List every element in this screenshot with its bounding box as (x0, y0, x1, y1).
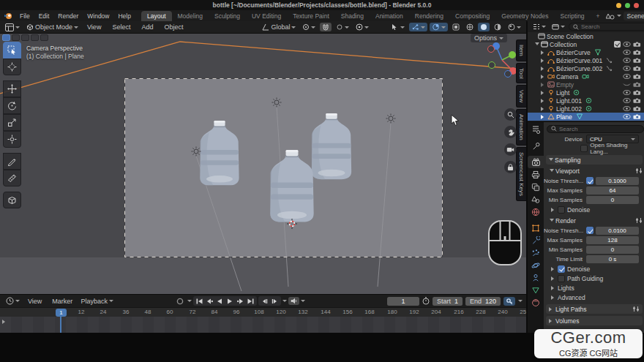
disable-render-camera-icon[interactable] (633, 113, 641, 120)
proportional-edit-toggle[interactable] (353, 23, 371, 31)
sidebar-tab-view[interactable]: View (516, 85, 526, 108)
outliner-row-scene-collection[interactable]: Scene Collection (528, 32, 644, 40)
tool-measure[interactable] (3, 170, 21, 186)
tab-layout[interactable]: Layout (141, 11, 172, 22)
scene-selector[interactable]: Scene (624, 12, 644, 20)
menu-window[interactable]: Window (83, 12, 113, 20)
close-button[interactable] (634, 3, 639, 8)
viewport-denoise-row[interactable]: Denoise (551, 205, 643, 214)
play-reverse-button[interactable] (215, 297, 225, 305)
shading-rendered-button[interactable] (506, 23, 523, 31)
outliner-row-beziercurve-002[interactable]: BézierCurve.002 (528, 64, 644, 72)
light-paths-panel-header[interactable]: Light Paths (546, 304, 643, 314)
vp-noise-threshold-checkbox[interactable] (586, 177, 594, 184)
tab-scene-properties[interactable] (528, 193, 544, 205)
pivot-point-dropdown[interactable] (300, 23, 318, 31)
rn-noise-threshold-field[interactable]: 0.0100 (596, 227, 639, 235)
outliner-row-empty[interactable]: Empty (528, 80, 644, 88)
auto-keying-toggle[interactable] (174, 297, 186, 306)
tab-tool-properties[interactable] (528, 140, 544, 152)
tab-data-properties[interactable] (528, 284, 544, 296)
viewport-preset-icon[interactable] (635, 167, 643, 174)
hide-viewport-eye-icon[interactable] (623, 65, 631, 72)
camera-view-button[interactable] (504, 143, 517, 156)
disable-render-camera-icon[interactable] (633, 97, 641, 104)
collection-toggle-1[interactable] (2, 34, 10, 41)
tool-move[interactable] (3, 80, 21, 97)
vp-max-samples-field[interactable]: 64 (586, 186, 639, 195)
tool-transform[interactable] (3, 131, 21, 148)
properties-editor-type-button[interactable] (528, 124, 544, 136)
hide-viewport-eye-icon[interactable] (623, 89, 631, 96)
snap-settings-dropdown[interactable] (334, 23, 351, 31)
tab-world-properties[interactable] (528, 205, 544, 218)
light-paths-preset-icon[interactable] (632, 306, 640, 312)
tab-rendering[interactable]: Rendering (409, 11, 449, 22)
tab-texture-paint[interactable]: Texture Paint (287, 11, 335, 22)
tab-output-properties[interactable] (528, 168, 544, 181)
advanced-row[interactable]: Advanced (551, 293, 643, 302)
hide-viewport-eye-icon[interactable] (623, 113, 631, 120)
outliner-row-beziercurve-001[interactable]: BézierCurve.001 (528, 56, 644, 64)
end-frame-field[interactable]: End120 (465, 297, 501, 306)
menu-file[interactable]: File (15, 12, 34, 20)
zoom-button[interactable] (504, 108, 517, 121)
tool-select-box[interactable] (3, 42, 21, 59)
render-preset-icon[interactable] (635, 217, 643, 224)
timeline-menu-playback[interactable]: Playback (78, 297, 116, 306)
volumes-panel-header[interactable]: Volumes (546, 316, 643, 325)
outliner-row-camera[interactable]: Camera (528, 72, 644, 80)
auto-keying-caret[interactable] (187, 300, 192, 304)
shading-wireframe-button[interactable] (464, 23, 476, 31)
tab-object-properties[interactable] (528, 222, 544, 234)
properties-search[interactable] (547, 125, 644, 133)
hide-viewport-eye-icon[interactable] (623, 73, 631, 80)
hide-viewport-eye-icon[interactable] (623, 49, 631, 56)
timeline-editor-type-button[interactable] (4, 296, 22, 306)
tab-animation[interactable]: Animation (370, 11, 409, 22)
disable-render-camera-icon[interactable] (633, 49, 641, 56)
scene-icon[interactable] (606, 12, 615, 20)
collection-toggle-5[interactable] (40, 34, 48, 41)
viewport-canvas[interactable]: Options Camera Perspective (1) Collectio… (0, 34, 526, 294)
path-guiding-row[interactable]: Path Guiding (551, 274, 643, 283)
tab-uv-editing[interactable]: UV Editing (246, 11, 287, 22)
vp-noise-threshold-field[interactable]: 0.1000 (596, 177, 639, 185)
play-button[interactable] (225, 297, 235, 305)
playhead-line[interactable] (60, 317, 61, 333)
vp-menu-object[interactable]: Object (160, 23, 187, 31)
pan-button[interactable] (504, 126, 517, 138)
disable-render-camera-icon[interactable] (633, 41, 641, 48)
playback-sync-button[interactable] (288, 297, 299, 305)
sync-options-caret[interactable] (301, 300, 305, 304)
playhead-badge[interactable]: 1 (56, 309, 67, 317)
tab-shading[interactable]: Shading (335, 11, 370, 22)
keying-caret[interactable] (518, 300, 523, 304)
tool-rotate[interactable] (3, 97, 21, 114)
disable-render-camera-icon[interactable] (633, 89, 641, 96)
minimize-button[interactable] (616, 3, 621, 8)
disable-render-camera-icon[interactable] (633, 65, 641, 72)
jump-to-end-button[interactable] (246, 297, 255, 305)
collection-checkbox[interactable] (614, 41, 621, 48)
maximize-button[interactable] (625, 3, 630, 8)
sampling-panel-header[interactable]: Sampling (546, 155, 643, 165)
xray-toggle[interactable] (450, 23, 462, 31)
outliner-search[interactable] (569, 23, 644, 31)
snap-toggle[interactable] (320, 23, 332, 31)
disable-render-camera-icon[interactable] (633, 73, 641, 80)
outliner-row-beziercurve[interactable]: BézierCurve (528, 48, 644, 56)
sidebar-tab-tool[interactable]: Tool (516, 63, 526, 84)
osl-checkbox[interactable] (580, 145, 588, 152)
timeline-menu-view[interactable]: View (23, 297, 46, 306)
hide-viewport-eye-icon[interactable] (623, 105, 631, 112)
disable-render-camera-icon[interactable] (633, 57, 641, 64)
hide-viewport-eye-icon[interactable] (623, 57, 631, 64)
tab-physics-properties[interactable] (528, 259, 544, 271)
vp-menu-view[interactable]: View (83, 23, 105, 31)
tab-constraint-properties[interactable] (528, 271, 544, 284)
rn-noise-threshold-checkbox[interactable] (586, 227, 594, 234)
tool-add-primitive[interactable] (3, 192, 21, 208)
sidebar-tab-item[interactable]: Item (516, 39, 526, 61)
next-keyframe-button[interactable] (236, 297, 245, 305)
